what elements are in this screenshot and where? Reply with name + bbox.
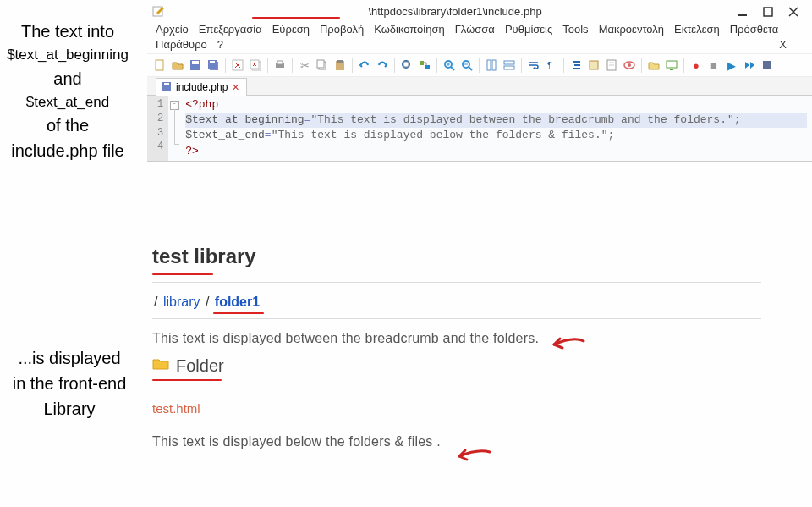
folder-icon <box>152 357 169 375</box>
menu-item[interactable]: Tools <box>562 23 588 36</box>
indent-guide-icon[interactable] <box>568 58 584 73</box>
minimize-button[interactable] <box>736 5 749 19</box>
anno-line: $text_at_beginning <box>0 44 135 66</box>
breadcrumb-library[interactable]: library <box>163 295 200 309</box>
play-macro-icon[interactable]: ▶ <box>724 58 739 73</box>
toolbar-separator <box>683 58 684 73</box>
line-number: 4 <box>157 140 163 154</box>
line-number: 2 <box>157 112 163 126</box>
maximize-button[interactable] <box>761 5 775 19</box>
undo-icon[interactable] <box>357 58 372 73</box>
svg-rect-27 <box>425 65 430 69</box>
svg-rect-49 <box>667 61 677 68</box>
zoom-in-icon[interactable] <box>442 58 457 73</box>
play-multi-icon[interactable] <box>742 58 757 73</box>
menu-item[interactable]: Αρχείο <box>156 23 189 36</box>
replace-icon[interactable] <box>417 58 432 73</box>
tab-include[interactable]: include.php ✕ <box>156 78 247 96</box>
toolbar-separator <box>436 58 437 73</box>
code-area[interactable]: 1 2 3 4 - <?php $text_at_beginning="This… <box>147 96 812 162</box>
toolbar-close-button[interactable]: X <box>779 38 804 51</box>
svg-line-33 <box>469 67 472 70</box>
fold-column: - <box>168 96 180 161</box>
anno-line: and <box>0 66 135 91</box>
folder-item[interactable]: Folder <box>152 356 761 376</box>
anno-line: of the <box>0 113 135 138</box>
anno-line: The text into <box>0 19 135 44</box>
svg-rect-37 <box>504 61 514 64</box>
sync-hscroll-icon[interactable] <box>502 58 517 73</box>
tab-dirty-icon <box>162 81 172 93</box>
open-file-icon[interactable] <box>170 58 185 73</box>
file-link[interactable]: test.html <box>152 401 761 416</box>
close-all-icon[interactable] <box>248 58 263 73</box>
redo-icon[interactable] <box>375 58 390 73</box>
zoom-out-icon[interactable] <box>459 58 475 73</box>
stop-macro-icon[interactable]: ■ <box>706 58 721 73</box>
menu-item[interactable]: Παράθυρο <box>156 38 207 51</box>
anno-line: $text_at_end <box>0 91 135 113</box>
annotation-underline <box>252 17 340 19</box>
doc-map-icon[interactable] <box>604 58 619 73</box>
svg-rect-36 <box>492 60 496 70</box>
paste-icon[interactable] <box>332 58 348 73</box>
breadcrumb-current: folder1 <box>215 295 260 309</box>
svg-rect-23 <box>337 60 343 63</box>
divider <box>152 318 761 319</box>
fold-bar <box>174 109 175 121</box>
window-title: \httpdocs\library\folder1\include.php <box>174 5 736 18</box>
user-lang-icon[interactable] <box>586 58 601 73</box>
folder-icon[interactable] <box>646 58 661 73</box>
function-list-icon[interactable] <box>622 58 637 73</box>
svg-rect-7 <box>192 61 199 64</box>
menu-item[interactable]: Προβολή <box>320 23 364 36</box>
wordwrap-icon[interactable] <box>526 58 541 73</box>
tab-close-icon[interactable]: ✕ <box>232 82 239 93</box>
close-button[interactable] <box>787 5 800 19</box>
save-macro-icon[interactable] <box>760 58 775 73</box>
menu-item[interactable]: Επεξεργασία <box>199 23 262 36</box>
new-file-icon[interactable] <box>152 58 167 73</box>
svg-rect-5 <box>156 60 163 70</box>
app-icon <box>152 4 166 20</box>
save-all-icon[interactable] <box>206 58 221 73</box>
editor-window: \httpdocs\library\folder1\include.php Αρ… <box>147 0 812 162</box>
sync-vscroll-icon[interactable] <box>484 58 499 73</box>
record-macro-icon[interactable]: ● <box>689 58 704 73</box>
toolbar-separator <box>521 58 522 73</box>
toolbar-separator <box>479 58 480 73</box>
find-icon[interactable] <box>399 58 414 73</box>
menu-item[interactable]: Γλώσσα <box>455 23 495 36</box>
frontend-preview: test library / library / folder1 This te… <box>152 245 761 460</box>
fold-toggle-icon[interactable]: - <box>170 101 179 110</box>
toolbar-separator <box>394 58 395 73</box>
toolbar-separator <box>292 58 293 73</box>
menu-item[interactable]: Εκτέλεση <box>674 23 720 36</box>
line-gutter: 1 2 3 4 <box>147 96 168 161</box>
svg-rect-21 <box>317 60 324 68</box>
breadcrumb-sep: / <box>201 295 212 309</box>
monitor-icon[interactable] <box>664 58 679 73</box>
annotation-underline <box>213 312 264 314</box>
menu-item[interactable]: Ρυθμίσεις <box>505 23 552 36</box>
begin-text: This text is displayed between the bread… <box>152 331 761 346</box>
toolbar-separator <box>267 58 268 73</box>
menu-item[interactable]: Εύρεση <box>272 23 310 36</box>
menu-item[interactable]: Κωδικοποίηση <box>374 23 445 36</box>
svg-rect-53 <box>164 83 169 85</box>
close-file-icon[interactable] <box>230 58 245 73</box>
print-icon[interactable] <box>272 58 288 73</box>
annotation-top: The text into $text_at_beginning and $te… <box>0 19 135 163</box>
page-title: test library <box>152 245 761 268</box>
menu-item[interactable]: Πρόσθετα <box>730 23 779 36</box>
menu-item[interactable]: Μακροεντολή <box>599 23 664 36</box>
svg-rect-43 <box>590 61 598 69</box>
code-lines[interactable]: <?php $text_at_beginning="This text is d… <box>180 96 812 161</box>
copy-icon[interactable] <box>315 58 330 73</box>
menu-item[interactable]: ? <box>217 38 223 51</box>
menu-bar-2: Παράθυρο ? X <box>147 37 812 53</box>
save-icon[interactable] <box>188 58 203 73</box>
cut-icon[interactable]: ✂ <box>297 58 312 73</box>
show-chars-icon[interactable]: ¶ <box>544 58 559 73</box>
folder-label: Folder <box>176 356 224 376</box>
